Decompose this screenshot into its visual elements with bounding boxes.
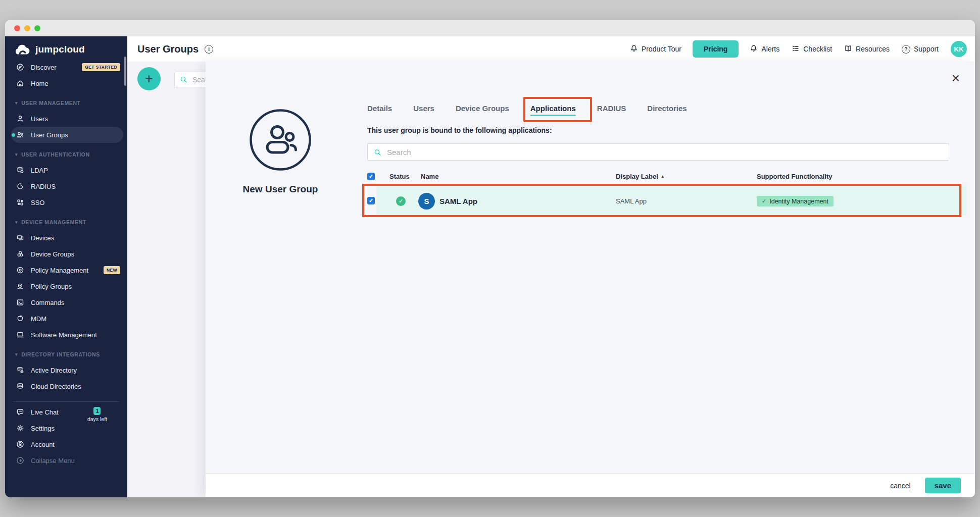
sidebar-nav: DiscoverGET STARTEDHome▾USER MANAGEMENTU… (5, 59, 127, 394)
page-title: User Groups (137, 43, 199, 55)
minimize-window-button[interactable] (24, 25, 30, 31)
product-tour-button[interactable]: Product Tour (626, 41, 685, 57)
row-checkbox[interactable]: ✓ (367, 197, 375, 204)
sidebar-item-label: Account (31, 441, 55, 448)
nav-section-user-management[interactable]: ▾USER MANAGEMENT (5, 91, 127, 111)
sidebar-item-discover[interactable]: DiscoverGET STARTED (11, 59, 123, 75)
resources-button[interactable]: Resources (840, 41, 894, 57)
sidebar-item-label: Users (31, 115, 48, 123)
applications-search-input[interactable] (386, 147, 943, 157)
sidebar-item-policy-management[interactable]: Policy ManagementNEW (11, 262, 123, 278)
software-management-icon (16, 331, 24, 339)
maximize-window-button[interactable] (34, 25, 40, 31)
checklist-icon (792, 44, 800, 54)
pricing-button[interactable]: Pricing (693, 40, 739, 58)
sidebar-item-label: Policy Groups (31, 283, 72, 290)
policy-management-icon (16, 266, 24, 274)
settings-icon (16, 424, 24, 432)
sidebar-item-live-chat[interactable]: Live Chat1days left (11, 404, 123, 420)
sidebar-item-settings[interactable]: Settings (11, 420, 123, 436)
sidebar-item-users[interactable]: Users (11, 111, 123, 127)
home-icon (16, 79, 24, 87)
window-title-bar (5, 20, 975, 36)
sidebar-item-home[interactable]: Home (11, 75, 123, 91)
sidebar-item-label: RADIUS (31, 183, 56, 190)
sidebar-item-account[interactable]: Account (11, 436, 123, 452)
search-icon (374, 148, 381, 156)
live-chat-icon (16, 408, 24, 416)
tab-applications[interactable]: Applications (530, 104, 576, 117)
cancel-button[interactable]: cancel (887, 481, 913, 490)
search-icon (180, 76, 187, 83)
sidebar-item-label: MDM (31, 315, 46, 323)
column-header-supported-functionality[interactable]: Supported Functionality (757, 169, 832, 185)
sidebar-item-commands[interactable]: Commands (11, 294, 123, 311)
tab-radius[interactable]: RADIUS (597, 104, 626, 117)
user-group-icon (249, 108, 312, 172)
panel-tabs: DetailsUsersDevice GroupsApplicationsRAD… (367, 95, 687, 117)
header-actions: Product Tour Pricing Alerts Checklist Re… (626, 40, 967, 58)
user-icon (16, 115, 24, 123)
check-icon: ✓ (369, 174, 373, 179)
row-app-name: SAML App (439, 193, 477, 210)
sso-icon (16, 198, 24, 206)
sidebar-item-label: LDAP (31, 167, 48, 174)
sidebar-item-label: Settings (31, 425, 55, 432)
devices-icon (16, 234, 24, 242)
user-groups-icon (16, 131, 24, 139)
save-button[interactable]: save (925, 478, 961, 493)
sidebar-divider (13, 401, 119, 402)
sidebar-item-collapse-menu[interactable]: Collapse Menu (11, 452, 123, 469)
tab-details[interactable]: Details (367, 104, 392, 117)
sidebar-item-user-groups[interactable]: User Groups (11, 127, 123, 143)
sidebar-item-cloud-directories[interactable]: Cloud Directories (11, 378, 123, 394)
sidebar-item-policy-groups[interactable]: Policy Groups (11, 278, 123, 294)
check-icon: ✓ (369, 198, 373, 203)
column-header-display-label[interactable]: Display Label▲ (616, 169, 665, 185)
commands-icon (16, 298, 24, 306)
mdm-icon (16, 315, 24, 323)
sidebar-item-software-management[interactable]: Software Management (11, 327, 123, 343)
cloud-logo-icon (15, 44, 31, 55)
sidebar-item-label: Collapse Menu (31, 457, 75, 464)
close-window-button[interactable] (14, 25, 20, 31)
sidebar-item-radius[interactable]: RADIUS (11, 178, 123, 194)
sidebar-item-label: Discover (31, 64, 57, 71)
tab-device-groups[interactable]: Device Groups (456, 104, 509, 117)
sidebar-scrollbar-thumb[interactable] (124, 57, 126, 86)
user-avatar[interactable]: KK (951, 41, 967, 57)
nav-section-user-authentication[interactable]: ▾USER AUTHENTICATION (5, 143, 127, 162)
sidebar-item-active-directory[interactable]: Active Directory (11, 362, 123, 378)
info-icon[interactable]: i (205, 45, 213, 54)
status-active-icon: ✓ (396, 196, 406, 206)
jumpcloud-logo[interactable]: jumpcloud (5, 36, 127, 59)
column-header-name[interactable]: Name (421, 169, 438, 185)
support-button[interactable]: ? Support (898, 42, 943, 57)
nav-section-directory-integrations[interactable]: ▾DIRECTORY INTEGRATIONS (5, 343, 127, 362)
policy-groups-icon (16, 282, 24, 290)
sidebar-item-ldap[interactable]: LDAP (11, 162, 123, 178)
select-all-checkbox[interactable]: ✓ (367, 173, 375, 180)
supported-functionality-badge: ✓ Identity Management (757, 196, 834, 206)
sidebar-item-device-groups[interactable]: Device Groups (11, 246, 123, 262)
sidebar-item-mdm[interactable]: MDM (11, 311, 123, 327)
tab-directories[interactable]: Directories (647, 104, 687, 117)
column-header-status[interactable]: Status (389, 169, 410, 185)
sidebar-item-sso[interactable]: SSO (11, 194, 123, 211)
tab-users[interactable]: Users (413, 104, 434, 117)
account-icon (16, 440, 24, 448)
alerts-button[interactable]: Alerts (746, 41, 783, 57)
sidebar-item-devices[interactable]: Devices (11, 230, 123, 246)
entity-name: New User Group (215, 184, 346, 195)
collapse-menu-icon (16, 456, 24, 464)
close-icon[interactable]: × (949, 71, 963, 86)
sidebar-item-label: SSO (31, 199, 44, 206)
sidebar-item-label: Devices (31, 234, 54, 242)
discover-icon (16, 63, 24, 71)
check-icon: ✓ (762, 198, 766, 204)
logo-wordmark: jumpcloud (35, 44, 85, 55)
nav-section-device-management[interactable]: ▾DEVICE MANAGEMENT (5, 211, 127, 230)
checklist-button[interactable]: Checklist (788, 41, 836, 57)
add-user-group-button[interactable]: + (137, 67, 161, 90)
app-header: User Groups i Product Tour Pricing Alert… (127, 36, 975, 62)
